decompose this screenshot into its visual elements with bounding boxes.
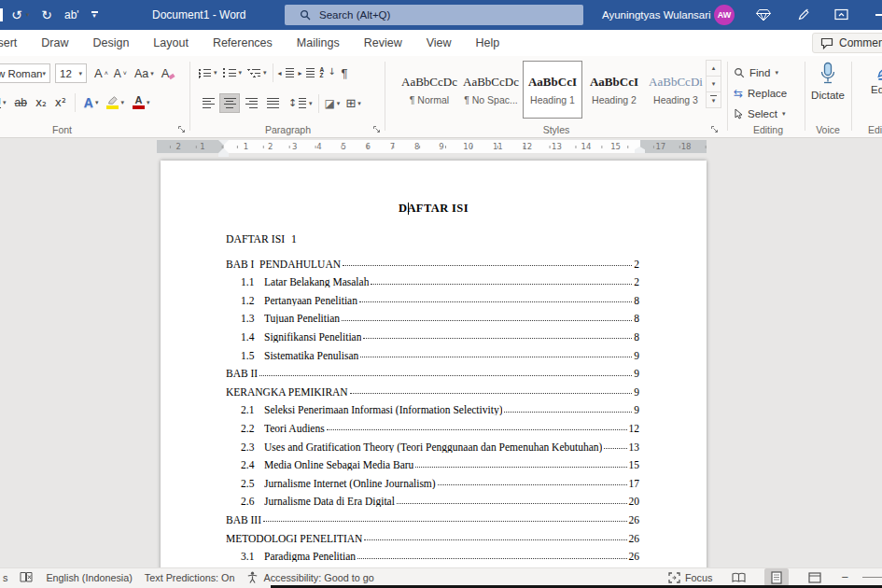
toc-entry[interactable]: 2.2 Teori Audiens 12	[226, 417, 639, 436]
find-button[interactable]: Find▾	[734, 63, 778, 82]
style-card[interactable]: AaBbCcDi Heading 3	[646, 61, 706, 119]
toc-entry[interactable]: 2.3 Uses and Gratification Theory (Teori…	[226, 436, 639, 455]
styles-scroll-down-icon[interactable]: ▾	[706, 76, 721, 92]
borders-button[interactable]: ⊞▾	[345, 96, 360, 110]
ink-pen-icon[interactable]	[797, 8, 810, 21]
redo-icon[interactable]: ↻	[41, 7, 52, 22]
toc-entry[interactable]: BAB I PENDAHULUAN 2	[226, 253, 639, 272]
styles-dialog-launcher-icon[interactable]	[710, 125, 719, 133]
ribbon-tab[interactable]: References	[201, 36, 285, 49]
ribbon-tab[interactable]: Insert	[0, 36, 29, 49]
comments-button[interactable]: Comments	[812, 33, 882, 53]
toc-entry[interactable]: 2.1 Seleksi Penerimaan Informasi (Inform…	[226, 399, 639, 418]
shrink-font-button[interactable]: A˅	[114, 67, 127, 80]
sort-icon[interactable]: A Z↓	[320, 67, 336, 78]
toc-self-entry[interactable]: DAFTAR ISI 1	[226, 233, 297, 245]
toc-entry[interactable]: KERANGKA PEMIKIRAN 9	[226, 381, 639, 399]
read-mode-button[interactable]	[726, 568, 750, 586]
text-effects-button[interactable]: A▾	[84, 95, 99, 110]
toc-entry[interactable]: 1.1 Latar Belakang Masalah 2	[226, 272, 639, 290]
align-center-button[interactable]	[219, 93, 240, 113]
ribbon-tab[interactable]: Review	[352, 36, 414, 49]
toc-entry[interactable]: 2.5 Jurnalisme Internet (Online Journali…	[226, 472, 639, 491]
style-card[interactable]: AaBbCcI Heading 1	[523, 61, 582, 119]
search-box[interactable]	[285, 5, 583, 25]
ribbon-tab[interactable]: Mailings	[285, 36, 352, 49]
search-input[interactable]	[319, 9, 553, 21]
zoom-out-icon[interactable]: −	[841, 570, 848, 584]
customize-quick-access-icon[interactable]: ▾	[91, 11, 98, 18]
avatar[interactable]: AW	[714, 5, 735, 25]
align-left-button[interactable]	[198, 93, 218, 113]
toc-entry[interactable]: 2.4 Media Online Sebagai Media Baru 15	[226, 455, 639, 473]
change-case-button[interactable]: Aa▾	[134, 67, 154, 80]
document-heading[interactable]: DAFTAR ISI	[161, 202, 707, 216]
zoom-slider[interactable]	[862, 577, 882, 579]
toc-entry[interactable]: 1.3 Tujuan Penelitian 8	[226, 308, 639, 327]
autocorrect-icon[interactable]: ab'	[64, 8, 79, 21]
toc-entry[interactable]: BAB III 26	[226, 509, 639, 527]
dictate-button[interactable]: Dictate	[806, 62, 849, 101]
show-formatting-marks-icon[interactable]: ¶	[342, 66, 348, 80]
line-spacing-button[interactable]: ▾	[288, 98, 313, 108]
undo-dropdown-icon[interactable]: ▾	[26, 11, 30, 19]
toc-entry[interactable]: 1.5 Sistematika Penulisan 9	[226, 344, 639, 363]
toc-entry[interactable]: METODOLOGI PENELITIAN 26	[226, 527, 639, 546]
superscript-button[interactable]: x²	[55, 96, 66, 109]
clear-formatting-button[interactable]: A	[161, 66, 175, 80]
word-count-partial[interactable]: s	[3, 572, 7, 583]
accessibility-status[interactable]: Accessibility: Good to go	[246, 571, 373, 583]
horizontal-ruler[interactable]: 21 123456789101112131415 1718	[157, 140, 707, 153]
language-status[interactable]: English (Indonesia)	[46, 572, 132, 583]
align-right-button[interactable]	[241, 93, 261, 113]
subscript-button[interactable]: x₂	[35, 96, 47, 109]
justify-button[interactable]	[262, 93, 283, 113]
ribbon-tab[interactable]: Layout	[141, 36, 201, 49]
text-predictions-status[interactable]: Text Predictions: On	[145, 572, 235, 583]
table-of-contents[interactable]: BAB I PENDAHULUAN 2 1.1 Latar Belakang M…	[226, 253, 639, 567]
select-button[interactable]: Select▾	[734, 105, 785, 123]
replace-button[interactable]: ⇆ Replace	[734, 84, 787, 103]
styles-scroll-up-icon[interactable]: ▴	[706, 60, 721, 77]
spell-check-icon[interactable]	[20, 571, 34, 583]
undo-icon[interactable]: ↺	[11, 7, 22, 22]
font-name-combo[interactable]: Times New Roman▾	[0, 63, 50, 83]
save-icon[interactable]	[0, 8, 3, 21]
toc-entry[interactable]: 1.2 Pertanyaan Penelitian 8	[226, 289, 639, 308]
web-layout-button[interactable]	[803, 568, 827, 586]
numbering-button[interactable]: ▾	[223, 68, 243, 78]
ribbon-display-options-icon[interactable]	[834, 8, 848, 21]
ribbon-tab[interactable]: Help	[464, 36, 512, 49]
print-layout-button[interactable]	[764, 568, 789, 586]
minimize-icon[interactable]	[875, 14, 882, 16]
editor-button[interactable]: Editor	[857, 62, 882, 95]
user-name[interactable]: Ayuningtyas Wulansari	[602, 0, 711, 30]
font-size-combo[interactable]: 12▾	[55, 63, 87, 83]
premium-diamond-icon[interactable]	[756, 8, 771, 21]
toc-entry[interactable]: 1.4 Signifikansi Penelitian 8	[226, 326, 639, 344]
font-dialog-launcher-icon[interactable]	[177, 125, 186, 133]
paragraph-dialog-launcher-icon[interactable]	[372, 125, 381, 133]
multilevel-list-button[interactable]: ▾	[247, 68, 267, 78]
style-card[interactable]: AaBbCcDc ¶ Normal	[399, 61, 459, 119]
ribbon-tab[interactable]: Draw	[29, 36, 80, 49]
toc-entry[interactable]: 3.1 Paradigma Penelitian 26	[226, 546, 639, 565]
styles-more-icon[interactable]: ▾	[706, 91, 721, 108]
decrease-indent-icon[interactable]	[279, 68, 294, 78]
grow-font-button[interactable]: A˄	[94, 66, 108, 80]
focus-button[interactable]: Focus	[668, 572, 712, 583]
font-color-button[interactable]: A ▾	[133, 96, 150, 109]
highlight-button[interactable]: ▾	[106, 96, 124, 109]
underline-button[interactable]: U▾	[0, 96, 7, 109]
style-card[interactable]: AaBbCcI Heading 2	[584, 61, 644, 119]
toc-entry[interactable]: BAB II 9	[226, 363, 639, 382]
ribbon-tab[interactable]: View	[414, 36, 464, 49]
left-indent-marker[interactable]	[218, 153, 229, 157]
toc-entry[interactable]: 2.6 Jurnalisme Data di Era Digital 20	[226, 491, 639, 510]
ribbon-tab[interactable]: Design	[80, 36, 141, 49]
shading-button[interactable]: ◪▾	[325, 97, 341, 110]
bullets-button[interactable]: ▾	[198, 68, 217, 78]
document-page[interactable]: DAFTAR ISI DAFTAR ISI 1 BAB I PENDAHULUA…	[161, 161, 707, 567]
strikethrough-button[interactable]: ab	[15, 96, 27, 109]
increase-indent-icon[interactable]	[300, 68, 315, 78]
